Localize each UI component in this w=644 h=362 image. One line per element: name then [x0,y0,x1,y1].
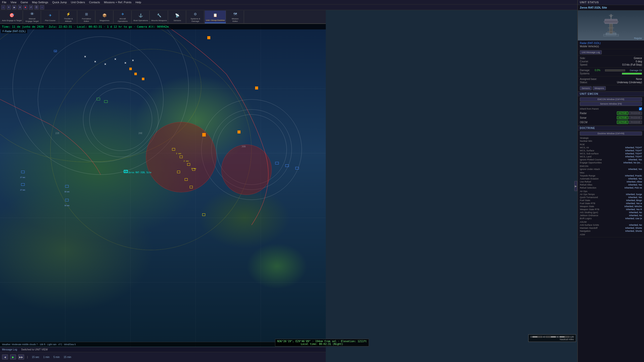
unit-yellow-8[interactable] [202,213,205,216]
radar-emcon-label: Radar [580,112,587,115]
menu-unit-orders[interactable]: Unit Orders [71,1,85,4]
pb-time-5min[interactable]: 5 min [53,355,61,359]
damage-ctr[interactable]: Damage Ctr [630,69,642,72]
toolbar-magazines[interactable]: 📦 Magazines [96,11,113,23]
menu-help[interactable]: Help [135,1,141,4]
pb-time-15min[interactable]: 15 min [63,355,72,359]
tb-btn-play[interactable]: ▶ [12,5,17,10]
tb-btn-1[interactable]: ○ [1,5,6,10]
unit-blue-5[interactable]: ✕ [114,58,117,61]
sonar-passive-btn[interactable]: PASSIVE [629,116,642,119]
tb-btn-7[interactable]: → [40,5,44,10]
toolbar-mission-editor[interactable]: 🗺 MissionEditor [226,11,244,23]
unit-green-1[interactable] [97,98,100,101]
unit-blue-1[interactable]: ⊞ [54,50,57,53]
unit-image-label: Regular [634,37,642,39]
unit-blue-bottom-2[interactable] [21,183,24,186]
doctrine-wcs-surface: WCS, Surface Inherited, TIGHT [580,149,642,152]
unit-yellow-4[interactable] [177,171,180,174]
unit-orange-7[interactable] [202,133,205,136]
unit-orange-3[interactable] [129,68,132,71]
toolbar-systems-damage[interactable]: ⚙ Systems &Damage [187,11,204,23]
inherit-checkbox[interactable] [639,107,642,110]
pb-time-1min[interactable]: 1 min [42,355,50,359]
unit-orange-6[interactable] [237,130,240,133]
unit-yellow-5[interactable] [185,178,188,181]
unit-blue-2[interactable]: ✕ [84,55,87,58]
unit-status-header: UNIT STATUS [578,0,644,5]
menu-map-settings[interactable]: Map Settings [32,1,48,4]
right-panel-collapse[interactable]: ▶ [574,181,577,191]
unit-blue-6[interactable]: ✕ [124,61,127,64]
menu-file[interactable]: File [2,1,7,4]
toolbar-unit-doctrine[interactable]: 📋 Unit / Group Doctrine [205,11,226,23]
menu-game[interactable]: Game [20,1,28,4]
unit-yellow-1[interactable] [172,148,175,151]
toolbar-boat-ops[interactable]: ⚓ Boat Operations [132,11,150,23]
toolbar-formation[interactable]: ⊞ FormationEditor [78,11,95,23]
menu-missions[interactable]: Missions + Ref. Points [104,1,131,4]
weapons-btn[interactable]: Weapons [593,86,606,90]
sensors-window-btn[interactable]: Sensors Window (F9) [580,102,642,106]
unit-cyprus-1[interactable] [275,162,278,165]
toolbar-sensors[interactable]: 📡 Sensors [169,11,186,23]
doctrine-window-btn[interactable]: Doctrine Window (Ctrl+F8) [580,131,642,135]
unit-green-2[interactable] [104,100,107,103]
tb-btn-stop[interactable]: ■ [23,5,28,10]
toolbar-manual-engage[interactable]: 👁 ManualEngage Target [23,11,41,23]
menu-view[interactable]: View [11,1,17,4]
small-toolbar: ○ ✕ ▶ ⏸ ■ ↺ ☰ → [0,5,644,10]
unit-blue-7[interactable]: ✕ [132,59,135,62]
radar-active-btn[interactable]: ACTIVE [617,111,629,115]
tb-btn-5[interactable]: ↺ [29,5,33,10]
status-bar: Message Log Switched to UNIT VIEW [0,347,326,352]
nuclear-win-item: Nuclear Win [580,140,642,143]
menu-contacts[interactable]: Contacts [89,1,100,4]
doctrine-fuel-state: Fuel State Inherited, Bingo [580,199,642,202]
toolbar-auto-engage[interactable]: 🎯 Auto Engage & Target [1,11,23,23]
unit-orange-2[interactable] [142,78,145,81]
unit-blue-bottom-4[interactable] [65,199,68,202]
radar-passive-btn[interactable]: PASSIVE [629,111,642,115]
unit-orange-5[interactable] [255,86,258,89]
emcon-window-btn[interactable]: EMCON Window (Ctrl+F8) [580,97,642,101]
throttle-label: Throttle &Altitude [64,18,73,22]
toolbar-mounts-weapons[interactable]: 🔧 Mounts Weapons [150,11,168,23]
unit-blue-bottom-1[interactable] [21,171,24,174]
unit-selected-rat[interactable]: R [124,170,127,173]
map-area[interactable]: ⊞ ✕ ✕ ✕ ✕ ✕ ✕ [0,24,326,347]
tb-btn-pause[interactable]: ⏸ [18,5,22,10]
radar-emcon-row: Radar ACTIVE PASSIVE [580,111,642,115]
unit-blue-bottom-3[interactable] [65,185,68,188]
scale-0: 0 [531,336,532,338]
unit-message-log-btn[interactable]: Unit Message Log [580,50,602,54]
fuel-state-label: Fuel State [580,199,590,202]
unit-yellow-7[interactable] [190,186,193,189]
sonar-active-btn[interactable]: ACTIVE [617,116,629,119]
toolbar-plot-course[interactable]: ✈ Plot Course [42,11,59,23]
unit-orange-4[interactable] [207,36,210,39]
tb-btn-2[interactable]: ✕ [7,5,11,10]
unit-cyprus-3[interactable] [295,167,298,170]
doctrine-refuel-selection: Refuel Selection Inherited, Pick ne [580,186,642,189]
unit-blue-4[interactable]: ✕ [104,63,107,66]
pb-forward[interactable]: ▶▶ [18,354,24,359]
formation-label: FormationEditor [82,18,91,22]
pb-time-15sec[interactable]: 15 sec [31,355,40,359]
oecm-passive-btn[interactable]: PASSIVE [629,120,642,124]
unit-yellow-2[interactable] [180,156,183,159]
toolbar-aircraft-ops[interactable]: ✈ AircraftOperations [114,11,132,23]
unit-cyprus-2[interactable] [285,164,288,167]
unit-orange-1[interactable] [134,73,137,76]
menu-quick-jump[interactable]: Quick Jump [52,1,67,4]
pb-play[interactable]: ▶ [10,354,16,359]
pb-rewind[interactable]: ◀ [2,354,8,359]
navigation-value: Inherited, Shorte [625,230,642,232]
sensors-btn[interactable]: Sensors [580,86,592,90]
unit-yellow-3[interactable] [187,163,190,166]
message-log-label[interactable]: Message Log [2,348,17,351]
toolbar-throttle[interactable]: ⚡ Throttle &Altitude [60,11,77,23]
unit-blue-3[interactable]: ✕ [94,60,97,63]
oecm-active-btn[interactable]: ACTIVE [617,120,629,124]
tb-btn-6[interactable]: ☰ [34,5,39,10]
